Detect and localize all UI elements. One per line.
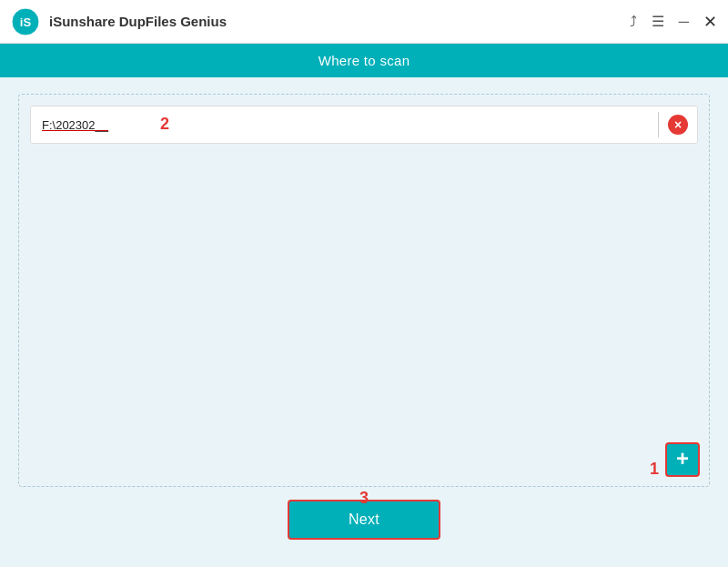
plus-icon: + — [676, 448, 689, 470]
annotation-1-label: 1 — [650, 460, 659, 479]
add-folder-button[interactable]: + — [665, 442, 700, 477]
title-bar: iS iSunshare DupFiles Genius ⤴ ☰ ─ ✕ — [0, 0, 728, 44]
close-icon[interactable]: ✕ — [703, 12, 717, 32]
scan-area: F:\202302__ × 2 1 + — [18, 94, 710, 487]
annotation-2-label: 2 — [160, 115, 169, 134]
remove-icon: × — [668, 115, 688, 135]
folder-path-display: F:\202302__ — [31, 118, 658, 132]
minimize-icon[interactable]: ─ — [679, 14, 689, 30]
app-title: iSunshare DupFiles Genius — [49, 14, 630, 29]
bottom-area: 3 Next — [18, 487, 710, 547]
header-banner: Where to scan — [0, 44, 728, 77]
remove-folder-button[interactable]: × — [659, 106, 697, 144]
window-controls: ⤴ ☰ ─ ✕ — [630, 12, 717, 32]
menu-icon[interactable]: ☰ — [652, 13, 664, 30]
main-content: F:\202302__ × 2 1 + 3 Next — [0, 77, 728, 563]
share-icon[interactable]: ⤴ — [630, 14, 637, 30]
app-logo: iS — [11, 7, 40, 36]
folder-entry-row: F:\202302__ × — [30, 106, 698, 144]
banner-text: Where to scan — [318, 53, 410, 68]
next-button[interactable]: Next — [288, 500, 440, 540]
svg-text:iS: iS — [20, 15, 32, 29]
